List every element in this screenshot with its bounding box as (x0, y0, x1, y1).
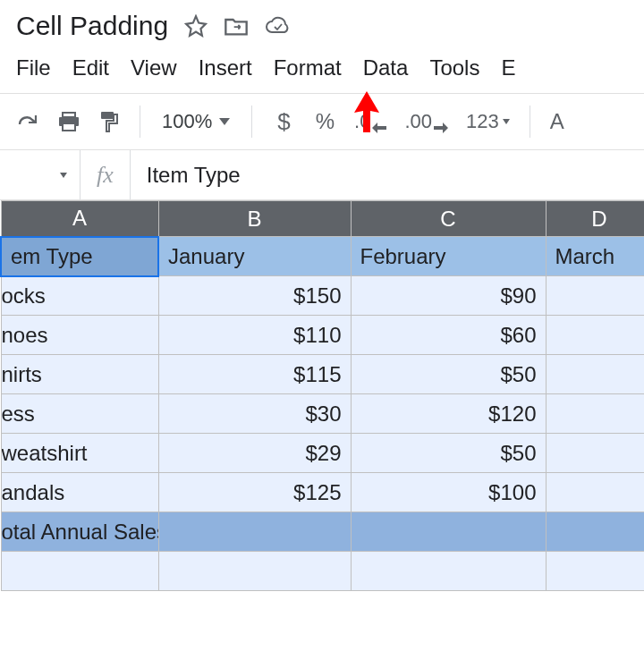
percent-button[interactable]: % (307, 109, 343, 134)
menu-format[interactable]: Format (274, 55, 342, 80)
cell[interactable]: ocks (1, 276, 158, 316)
column-header-row: A B C D (1, 201, 644, 237)
cell[interactable]: $90 (351, 276, 546, 316)
cell[interactable]: $100 (351, 473, 546, 512)
cell[interactable] (546, 473, 644, 512)
cell[interactable]: weatshirt (1, 434, 158, 473)
separator (251, 106, 252, 138)
chevron-down-icon (503, 119, 510, 124)
cell[interactable]: nirts (1, 355, 158, 394)
cell[interactable]: $50 (351, 355, 546, 394)
table-row: ess $30 $120 (1, 394, 644, 434)
cell[interactable] (351, 552, 546, 591)
menu-view[interactable]: View (131, 55, 177, 80)
zoom-value: 100% (162, 110, 212, 133)
number-format-dropdown[interactable]: 123 (459, 105, 517, 139)
column-header-D[interactable]: D (546, 201, 644, 237)
title-bar: Cell Padding (0, 0, 644, 46)
formula-input[interactable]: Item Type (131, 163, 241, 188)
svg-rect-3 (101, 112, 114, 119)
table-row: noes $110 $60 (1, 316, 644, 355)
menu-insert[interactable]: Insert (199, 55, 252, 80)
cell[interactable] (546, 434, 644, 473)
table-row (1, 552, 644, 591)
cell[interactable]: ess (1, 394, 158, 434)
table-row: andals $125 $100 (1, 473, 644, 512)
formula-bar: fx Item Type (0, 150, 644, 200)
total-label-cell[interactable]: otal Annual Sales (1, 512, 158, 552)
print-icon[interactable] (50, 106, 88, 138)
table-row: weatshirt $29 $50 (1, 434, 644, 473)
menu-bar: File Edit View Insert Format Data Tools … (0, 46, 644, 93)
cell[interactable] (546, 276, 644, 316)
fx-label: fx (80, 150, 131, 199)
cell-A1-selected[interactable]: em Type (1, 237, 158, 276)
svg-rect-0 (63, 113, 75, 117)
cell[interactable] (1, 552, 158, 591)
cell[interactable]: $115 (158, 355, 351, 394)
toolbar: 100% $ % .0 .00 123 A (0, 93, 644, 150)
paint-format-icon[interactable] (91, 105, 127, 139)
cell[interactable]: $60 (351, 316, 546, 355)
chevron-down-icon (60, 173, 67, 178)
cell[interactable]: $30 (158, 394, 351, 434)
decrease-decimal-button[interactable]: .0 (347, 105, 394, 139)
cell[interactable]: $29 (158, 434, 351, 473)
cell[interactable]: $50 (351, 434, 546, 473)
cell[interactable]: andals (1, 473, 158, 512)
table-row: ocks $150 $90 (1, 276, 644, 316)
cell[interactable]: $120 (351, 394, 546, 434)
table-row: nirts $115 $50 (1, 355, 644, 394)
increase-decimal-button[interactable]: .00 (397, 105, 455, 139)
cell[interactable] (158, 552, 351, 591)
menu-edit[interactable]: Edit (72, 55, 109, 80)
cell[interactable]: $125 (158, 473, 351, 512)
menu-data[interactable]: Data (363, 55, 409, 80)
separator (140, 106, 140, 138)
separator (530, 106, 530, 138)
cell[interactable] (351, 512, 546, 552)
move-folder-icon[interactable] (224, 15, 249, 37)
redo-icon[interactable] (9, 106, 47, 137)
name-box[interactable] (0, 150, 80, 199)
menu-extensions[interactable]: E (501, 55, 515, 80)
column-header-A[interactable]: A (1, 201, 158, 237)
table-header-row: em Type January February March (1, 237, 644, 276)
cell[interactable]: $150 (158, 276, 351, 316)
cell[interactable] (158, 512, 351, 552)
chevron-down-icon (219, 118, 230, 125)
menu-tools[interactable]: Tools (429, 55, 479, 80)
zoom-dropdown[interactable]: 100% (153, 110, 239, 133)
cell[interactable]: January (158, 237, 351, 276)
svg-rect-2 (63, 123, 75, 131)
cell[interactable]: $110 (158, 316, 351, 355)
cell[interactable]: noes (1, 316, 158, 355)
document-title[interactable]: Cell Padding (16, 11, 168, 41)
font-dropdown[interactable]: A (543, 104, 572, 140)
cell[interactable]: March (546, 237, 644, 276)
spreadsheet-grid[interactable]: A B C D em Type January February March o… (0, 200, 644, 591)
cloud-saved-icon[interactable] (265, 16, 292, 36)
cell[interactable] (546, 316, 644, 355)
cell[interactable]: February (351, 237, 546, 276)
column-header-C[interactable]: C (351, 201, 546, 237)
currency-button[interactable]: $ (265, 108, 302, 136)
column-header-B[interactable]: B (158, 201, 351, 237)
star-icon[interactable] (184, 14, 208, 38)
cell[interactable] (546, 355, 644, 394)
menu-file[interactable]: File (16, 55, 51, 80)
total-row: otal Annual Sales (1, 512, 644, 552)
cell[interactable] (546, 394, 644, 434)
cell[interactable] (546, 512, 644, 552)
cell[interactable] (546, 552, 644, 591)
